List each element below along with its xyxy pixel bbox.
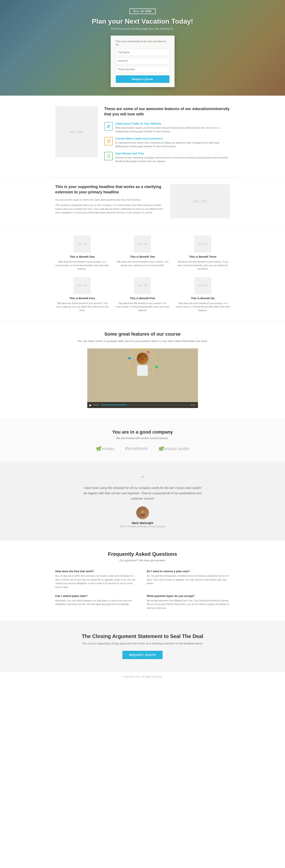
- benefit-2-body: Talk about the second benefit of your pr…: [116, 260, 169, 267]
- time-display: 00:00: [93, 404, 99, 406]
- feature-3-title: Save Money and Time: [115, 152, 230, 155]
- benefits-section: 150 x 150 This is Benefit One Talk about…: [0, 227, 285, 320]
- company-subtitle: We are funded with world's trusted brand…: [4, 437, 281, 440]
- brand-themeforest: themeforest: [125, 446, 148, 451]
- faq-item-2: Do I need to choose a plan now? No. You …: [147, 570, 230, 589]
- benefit-4-image: 150 x 150: [74, 277, 91, 294]
- benefit-2-title: This is Benefit Two: [116, 255, 169, 258]
- faq-4-question: What payment types do you accept?: [147, 594, 230, 597]
- closing-title: The Closing Argument Statement to Seal T…: [4, 633, 281, 639]
- benefit-3-image: 150 x 150: [194, 236, 211, 253]
- closing-subtitle: This is your supporting closing argument…: [4, 642, 281, 646]
- feature-item-3: Save Money and Time Execute on your mark…: [104, 152, 230, 163]
- brand-badge: ALL IN ONE: [129, 8, 156, 14]
- features-title: These are some of our awesome features o…: [104, 106, 230, 117]
- faq-1-answer: Our 10 day trial is 100% free and does n…: [55, 574, 138, 589]
- benefit-item-1: 150 x 150 This is Benefit One Talk about…: [55, 236, 109, 271]
- feature-icon-time: [104, 152, 113, 160]
- benefit-5-body: Talk about the fifth benefit of your pro…: [116, 302, 169, 312]
- feature-icon-leads: [104, 137, 113, 146]
- email-input[interactable]: [116, 58, 169, 64]
- benefit-item-2: 150 x 150 This is Benefit Two Talk about…: [116, 236, 169, 271]
- faq-2-answer: No. You get the full featured, unlimited…: [147, 574, 230, 585]
- hero-subtitle: The best travel landing page you are loo…: [111, 27, 174, 30]
- envato-leaf-icon: 🌿: [96, 446, 101, 451]
- closing-request-quote-button[interactable]: REQUEST QUOTE: [122, 651, 163, 659]
- quote-mark-icon: ": [4, 475, 281, 483]
- faq-item-4: What payment types do you accept? We acc…: [147, 594, 230, 610]
- footer: © 2015 All in One. All Rights Reserved.: [0, 672, 285, 681]
- faq-title: Frequently Asked Questions: [55, 551, 230, 557]
- envato-studio-leaf-icon: 🌿: [158, 446, 163, 451]
- faq-1-question: How does the free trial work?: [55, 570, 138, 573]
- benefit-6-image: 150 x 150: [194, 277, 211, 294]
- video-character: ♥: [137, 353, 148, 376]
- feature-2-body: An optimised funnel means more customers…: [115, 141, 230, 148]
- closing-section: The Closing Argument Statement to Seal T…: [0, 621, 285, 672]
- video-controls: ▶ 00:00 vimeo: [87, 402, 198, 408]
- features-content: These are some of our awesome features o…: [104, 106, 230, 167]
- benefit-item-6: 150 x 150 This is Benefit Six Talk about…: [176, 277, 230, 312]
- testimonial-role: CEO & Founder of Another Great Company: [4, 525, 281, 528]
- eye-left: [139, 356, 140, 357]
- phone-input[interactable]: [116, 66, 169, 73]
- benefit-item-4: 150 x 150 This is Benefit Four Talk abou…: [55, 277, 109, 312]
- feature-1-title: Understand Traffic to Your Website: [115, 122, 230, 125]
- feature-icon-analytics: [104, 122, 113, 130]
- benefit-3-title: This is Benefit Three: [176, 255, 230, 258]
- brand-logos: 🌿envato themeforest 🌿envato studio: [4, 446, 281, 451]
- faq-3-answer: Absolutely. You can switch between our p…: [55, 599, 138, 606]
- supporting-body2: This could be a paragraph about you or y…: [55, 204, 164, 215]
- benefit-1-image: 150 x 150: [74, 236, 91, 253]
- testimonial-avatar: [136, 506, 149, 519]
- benefit-4-body: Talk about the fourth benefit of your pr…: [55, 302, 109, 312]
- feature-2-title: Convert More Leads and Customers: [115, 137, 230, 140]
- benefit-5-image: 150 x 150: [134, 277, 151, 294]
- hero-section: ALL IN ONE Plan your Next Vacation Today…: [0, 0, 285, 96]
- feature-1-body: With segmentation reports you'll know wh…: [115, 126, 230, 133]
- form-intro: This is your Introduction to the form an…: [116, 40, 169, 46]
- faq-item-3: Can I switch plans later? Absolutely. Yo…: [55, 594, 138, 610]
- faq-subtitle: Got questions? We have got answers: [55, 559, 230, 562]
- benefit-6-title: This is Benefit Six: [176, 297, 230, 300]
- faq-item-1: How does the free trial work? Our 10 day…: [55, 570, 138, 589]
- faq-2-question: Do I need to choose a plan now?: [147, 570, 230, 573]
- faq-grid: How does the free trial work? Our 10 day…: [55, 570, 230, 610]
- hero-title: Plan your Next Vacation Today!: [92, 18, 193, 25]
- progress-bar[interactable]: [100, 405, 188, 405]
- faq-4-answer: We accept payments from MasterCard, Visa…: [147, 599, 230, 610]
- hero-form-card: This is your Introduction to the form an…: [111, 36, 175, 87]
- character-head: ♥: [137, 353, 148, 364]
- features-section: 400 x 420 These are some of our awesome …: [0, 96, 285, 177]
- request-quote-button[interactable]: Request Quote: [116, 75, 169, 83]
- play-button[interactable]: ▶: [89, 403, 92, 407]
- supporting-section: This is your supporting headline that wo…: [0, 178, 285, 227]
- heart-notification: ♥: [147, 351, 149, 353]
- benefit-2-image: 150 x 150: [134, 236, 151, 253]
- brand-envato-studio: 🌿envato studio: [158, 446, 189, 451]
- brand-envato: 🌿envato: [96, 446, 114, 451]
- faq-section: Frequently Asked Questions Got questions…: [0, 540, 285, 621]
- features-image-placeholder: 400 x 420: [55, 106, 98, 157]
- video-title: Some great features of our course: [4, 331, 281, 337]
- orbit-dot-2: [155, 365, 158, 368]
- svg-line-8: [108, 156, 109, 157]
- testimonial-section: " I have been using this template for al…: [0, 462, 285, 541]
- video-player[interactable]: ♥ ▶ 00:00 vimeo: [87, 348, 198, 408]
- footer-text: © 2015 All in One. All Rights Reserved.: [122, 676, 163, 678]
- video-subtitle: You can insert vimeo or youtube video he…: [4, 339, 281, 343]
- benefit-1-body: Talk about the first benefit of your pro…: [55, 260, 109, 271]
- character-body: [137, 365, 148, 376]
- fullname-input[interactable]: [116, 49, 169, 56]
- svg-point-9: [141, 510, 144, 514]
- benefit-item-3: 150 x 150 This is Benefit Three Talk abo…: [176, 236, 230, 271]
- mouth: [141, 359, 144, 360]
- company-title: You are in a good company: [4, 429, 281, 435]
- feature-item-2: Convert More Leads and Customers An opti…: [104, 137, 230, 148]
- orbit-dot-1: [128, 357, 131, 360]
- svg-point-10: [140, 514, 145, 517]
- testimonial-name: Mark Wainright: [4, 521, 281, 525]
- company-section: You are in a good company We are funded …: [0, 418, 285, 462]
- vimeo-badge: vimeo: [190, 404, 196, 406]
- benefit-4-title: This is Benefit Four: [55, 297, 109, 300]
